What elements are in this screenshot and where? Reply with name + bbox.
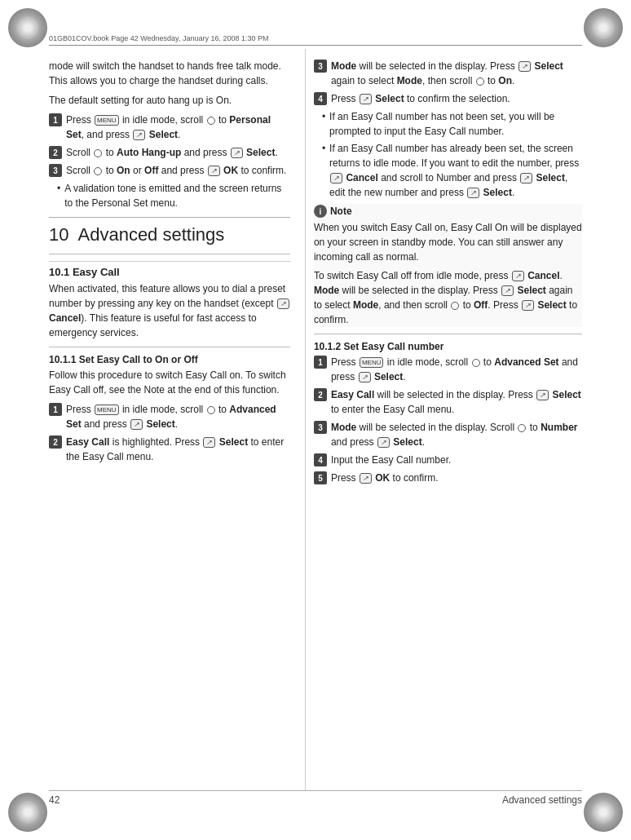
step-num-1011-1: 1 <box>49 403 62 416</box>
step-item-2: 2 Scroll to Auto Hang-up and press ↗ Sel… <box>49 145 290 160</box>
sub101-text: When activated, this feature allows you … <box>49 281 290 340</box>
menu-key-1011-1: MENU <box>95 405 119 415</box>
right-step-text-4: Press ↗ Select to confirm the selection. <box>331 91 582 106</box>
step-text-1012-4: Input the Easy Call number. <box>331 453 582 467</box>
step-text-3: Scroll to On or Off and press ↗ OK to co… <box>66 163 290 178</box>
step-1011-2: 2 Easy Call is highlighted. Press ↗ Sele… <box>49 435 290 464</box>
select-key-note: ↗ <box>501 285 514 296</box>
note-text-2: To switch Easy Call off from idle mode, … <box>314 268 582 327</box>
select-key-rb2: ↗ <box>520 173 532 183</box>
right-step-num-3: 3 <box>314 60 327 73</box>
step-num-1012-1: 1 <box>314 356 327 369</box>
intro-text: mode will switch the handset to hands fr… <box>49 59 290 88</box>
menu-key-1012-1: MENU <box>360 357 384 368</box>
step-1011-1: 1 Press MENU in idle mode, scroll to Adv… <box>49 402 290 431</box>
bullet-dot-1: • <box>57 181 60 196</box>
footer-page-num: 42 <box>49 794 60 806</box>
sub1011-text: Follow this procedure to switch Easy Cal… <box>49 368 290 397</box>
step-item-1: 1 Press MENU in idle mode, scroll to Per… <box>49 113 290 142</box>
step-num-1012-5: 5 <box>314 471 327 484</box>
step-text-1012-1: Press MENU in idle mode, scroll to Advan… <box>331 355 582 384</box>
right-bullet-text-2: If an Easy Call number has already been … <box>329 141 582 200</box>
scroll-icon-1012-3 <box>518 424 526 432</box>
subsection-101-title: 10.1 Easy Call <box>49 261 290 278</box>
note-label: Note <box>330 204 352 219</box>
bullet-list-auto: • A validation tone is emitted and the s… <box>57 181 290 210</box>
right-step-num-4: 4 <box>314 92 327 105</box>
corner-decoration-bl <box>8 793 47 832</box>
step-text-1: Press MENU in idle mode, scroll to Perso… <box>66 113 290 142</box>
step-num-1012-4: 4 <box>314 453 327 466</box>
step-1012-1: 1 Press MENU in idle mode, scroll to Adv… <box>314 355 582 384</box>
step-1012-3: 3 Mode will be selected in the display. … <box>314 420 582 449</box>
cancel-key-rb2: ↗ <box>330 173 342 183</box>
h-rule-1 <box>49 254 290 254</box>
step-num-1: 1 <box>49 113 62 126</box>
step-1012-5: 5 Press ↗ OK to confirm. <box>314 471 582 485</box>
step-text-2: Scroll to Auto Hang-up and press ↗ Selec… <box>66 145 290 160</box>
scroll-icon-1011-1 <box>207 406 215 414</box>
right-step-3: 3 Mode will be selected in the display. … <box>314 59 582 88</box>
subsection-1012-title: 10.1.2 Set Easy Call number <box>314 341 582 352</box>
header-text: 01GB01COV.book Page 42 Wednesday, Januar… <box>49 34 269 42</box>
select-key-r3: ↗ <box>518 61 531 72</box>
scroll-icon-3 <box>94 167 102 175</box>
section-num: 10 <box>49 224 68 245</box>
step-text-1012-2: Easy Call will be selected in the displa… <box>331 387 582 417</box>
scroll-icon-note <box>451 302 459 310</box>
step-num-1012-2: 2 <box>314 388 327 401</box>
right-column: 3 Mode will be selected in the display. … <box>305 49 582 791</box>
select-key-1011-1: ↗ <box>130 419 143 430</box>
step-1012-2: 2 Easy Call will be selected in the disp… <box>314 387 582 417</box>
right-bullet-text-1: If an Easy Call number has not been set,… <box>329 109 582 139</box>
select-key-1011-2: ↗ <box>203 437 215 448</box>
select-key-1012-3: ↗ <box>377 437 390 448</box>
step-text-1012-3: Mode will be selected in the display. Sc… <box>331 420 582 449</box>
step-num-3: 3 <box>49 164 62 177</box>
corner-decoration-br <box>584 793 623 832</box>
corner-decoration-tr <box>584 8 623 47</box>
scroll-icon-1 <box>207 117 215 125</box>
step-text-1012-5: Press ↗ OK to confirm. <box>331 471 582 485</box>
right-bullet-1: • If an Easy Call number has not been se… <box>322 109 582 139</box>
right-h-rule <box>314 334 582 334</box>
bullet-text-1: A validation tone is emitted and the scr… <box>64 181 290 210</box>
footer: 42 Advanced settings <box>49 790 582 806</box>
menu-key-1: MENU <box>95 115 119 126</box>
select-key-1: ↗ <box>133 130 145 140</box>
ok-key-1012-5: ↗ <box>360 473 372 484</box>
right-step-4: 4 Press ↗ Select to confirm the selectio… <box>314 91 582 106</box>
scroll-icon-r3 <box>476 77 484 86</box>
note-header: i Note <box>314 204 582 219</box>
default-note: The default setting for auto hang up is … <box>49 93 290 108</box>
footer-section-name: Advanced settings <box>502 794 582 806</box>
ok-key-3: ↗ <box>208 166 220 176</box>
bullet-item-1: • A validation tone is emitted and the s… <box>57 181 290 210</box>
select-key-r4: ↗ <box>360 94 372 104</box>
section-title-text: Advanced settings <box>78 224 225 245</box>
right-step-text-3: Mode will be selected in the display. Pr… <box>331 59 582 88</box>
step-text-1011-1: Press MENU in idle mode, scroll to Advan… <box>66 402 290 431</box>
note-text-1: When you switch Easy Call on, Easy Call … <box>314 220 582 264</box>
step-num-1011-2: 2 <box>49 435 62 449</box>
note-box: i Note When you switch Easy Call on, Eas… <box>314 204 582 327</box>
scroll-icon-2 <box>94 149 102 157</box>
main-content: mode will switch the handset to hands fr… <box>49 49 582 791</box>
step-num-2: 2 <box>49 146 62 159</box>
scroll-icon-1012-1 <box>472 359 480 367</box>
subsection-1011-title: 10.1.1 Set Easy Call to On or Off <box>49 354 290 365</box>
step-num-1012-3: 3 <box>314 421 327 434</box>
right-bullet-list: • If an Easy Call number has not been se… <box>322 109 582 200</box>
select-key-note2: ↗ <box>522 300 534 311</box>
header-bar: 01GB01COV.book Page 42 Wednesday, Januar… <box>49 31 582 46</box>
select-key-1012-1: ↗ <box>359 372 371 382</box>
h-rule-2 <box>49 347 290 347</box>
cancel-key-note: ↗ <box>512 271 524 281</box>
left-column: mode will switch the handset to hands fr… <box>49 49 305 791</box>
corner-decoration-tl <box>8 8 47 47</box>
note-icon: i <box>314 205 327 218</box>
select-key-2: ↗ <box>231 148 243 158</box>
cancel-key-101: ↗ <box>277 298 289 309</box>
section-title: 10 Advanced settings <box>49 217 290 245</box>
select-key-1012-2: ↗ <box>536 390 549 400</box>
